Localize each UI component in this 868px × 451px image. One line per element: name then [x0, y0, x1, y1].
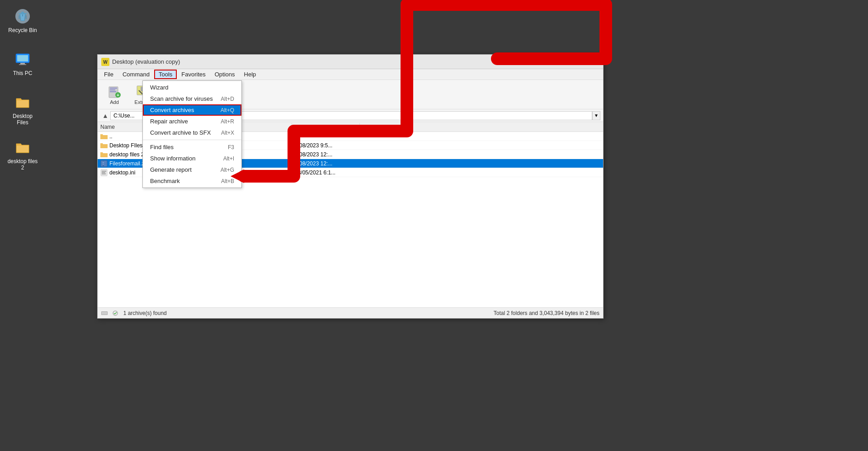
menu-item-convert-archives-label: Convert archives: [150, 107, 194, 113]
menu-options[interactable]: Options: [210, 70, 240, 79]
desktop-files-label: Desktop Files: [7, 113, 38, 126]
menu-item-repair-archive-label: Repair archive: [150, 118, 188, 125]
menu-item-find-files[interactable]: Find files F3: [143, 141, 241, 153]
menu-item-generate-report-label: Generate report: [150, 166, 192, 173]
menu-item-show-information[interactable]: Show information Alt+I: [143, 153, 241, 164]
status-text-right: Total 2 folders and 3,043,394 bytes in 2…: [494, 310, 599, 316]
menu-help[interactable]: Help: [240, 70, 261, 79]
col-header-modified[interactable]: Modified: [292, 123, 360, 131]
menu-item-scan-viruses[interactable]: Scan archive for viruses Alt+D: [143, 93, 241, 104]
svg-rect-11: [110, 89, 115, 90]
minimize-button[interactable]: −: [562, 57, 574, 66]
svg-rect-2: [21, 12, 24, 13]
svg-rect-28: [102, 174, 106, 174]
recycle-bin-label: Recycle Bin: [8, 27, 37, 33]
desktop-files2-icon[interactable]: desktop files2: [5, 136, 41, 174]
add-button[interactable]: + Add: [101, 82, 127, 107]
menu-item-find-files-label: Find files: [150, 144, 174, 150]
menu-item-scan-viruses-label: Scan archive for viruses: [150, 95, 213, 102]
ini-file-icon: [100, 169, 108, 176]
maximize-button[interactable]: □: [575, 57, 587, 66]
menu-item-convert-archives[interactable]: Convert archives Alt+Q: [143, 104, 241, 116]
add-label: Add: [110, 99, 119, 105]
add-icon: +: [107, 84, 122, 99]
status-text-left: 1 archive(s) found: [123, 310, 167, 316]
this-pc-svg: [14, 50, 32, 68]
status-left: 1 archive(s) found: [101, 310, 494, 316]
menu-item-wizard-label: Wizard: [150, 84, 168, 91]
window-title: Desktop (evaluation copy): [112, 58, 562, 65]
menu-file[interactable]: File: [99, 70, 118, 79]
svg-rect-26: [102, 171, 106, 172]
this-pc-icon[interactable]: This PC: [5, 47, 41, 79]
svg-rect-6: [19, 64, 26, 65]
menu-separator: [143, 140, 241, 140]
status-icon2: [112, 310, 119, 316]
menu-item-benchmark[interactable]: Benchmark Alt+B: [143, 175, 241, 187]
menu-command[interactable]: Command: [118, 70, 154, 79]
menu-item-convert-sfx-label: Convert archive to SFX: [150, 129, 211, 136]
close-button[interactable]: ✕: [588, 57, 599, 66]
menu-item-convert-sfx[interactable]: Convert archive to SFX Alt+X: [143, 127, 241, 138]
menu-tools[interactable]: Tools: [154, 70, 177, 79]
menu-bar: File Command Tools Favorites Options Hel…: [98, 69, 603, 80]
svg-rect-5: [20, 63, 25, 64]
status-bar: 1 archive(s) found Total 2 folders and 3…: [98, 307, 603, 318]
recycle-bin-icon[interactable]: Recycle Bin: [5, 5, 41, 36]
menu-item-show-information-label: Show information: [150, 155, 195, 162]
winrar-title-icon: W: [101, 58, 109, 66]
window-controls: − □ ✕: [562, 57, 599, 66]
svg-rect-10: [110, 88, 117, 89]
svg-rect-12: [110, 91, 116, 92]
folder-up-icon: [100, 133, 108, 140]
svg-rect-24: [103, 164, 104, 164]
tools-dropdown-menu: Wizard Scan archive for viruses Alt+D Co…: [142, 80, 242, 188]
menu-item-benchmark-label: Benchmark: [150, 178, 180, 184]
status-icon: [101, 310, 108, 316]
svg-rect-30: [102, 312, 107, 315]
svg-rect-27: [102, 172, 105, 173]
back-button[interactable]: ▲: [100, 111, 110, 121]
svg-rect-4: [17, 55, 28, 61]
desktop-files-icon[interactable]: Desktop Files: [5, 90, 41, 128]
title-bar: W Desktop (evaluation copy) − □ ✕: [98, 55, 603, 69]
this-pc-label: This PC: [13, 70, 33, 76]
menu-item-generate-report[interactable]: Generate report Alt+G: [143, 164, 241, 175]
folder-icon: [100, 142, 108, 149]
menu-item-repair-archive[interactable]: Repair archive Alt+R: [143, 116, 241, 127]
svg-text:W: W: [103, 60, 108, 65]
desktop-files2-svg: [14, 138, 32, 156]
svg-rect-23: [103, 162, 104, 163]
archive-icon: [100, 160, 108, 167]
svg-text:+: +: [117, 93, 119, 98]
desktop-files-svg: [14, 93, 32, 111]
desktop-files2-label: desktop files2: [8, 158, 38, 171]
menu-favorites[interactable]: Favorites: [177, 70, 210, 79]
recycle-bin-svg: [14, 7, 32, 25]
folder-icon: [100, 151, 108, 158]
menu-item-wizard[interactable]: Wizard: [143, 82, 241, 93]
address-dropdown[interactable]: ▼: [592, 111, 600, 120]
